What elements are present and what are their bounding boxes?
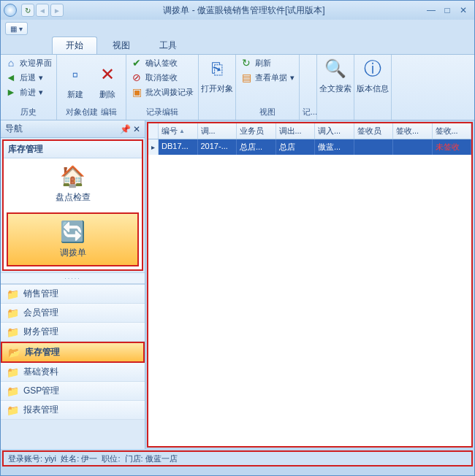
- content-area: 编号▲ 调... 业务员 调出... 调入... 签收员 签收... 签收...…: [147, 122, 473, 448]
- qat-forward-icon[interactable]: ►: [50, 4, 64, 17]
- row-marker: ▸: [148, 139, 159, 155]
- grid-header: 编号▲ 调... 业务员 调出... 调入... 签收员 签收... 签收...: [148, 123, 471, 139]
- fulltext-search-button[interactable]: 🔍全文搜索: [320, 56, 351, 95]
- sidebar-title: 导航: [5, 123, 23, 135]
- window-title: 调拨单 - 傲蓝眼镜销售管理软件[试用版本]: [65, 4, 423, 17]
- sidebar-section[interactable]: 库存管理: [4, 141, 142, 158]
- sidebar-gripper[interactable]: ·····: [1, 272, 145, 284]
- view-sheet-button[interactable]: ▤查看单据▾: [239, 71, 296, 84]
- new-button[interactable]: ▫新建: [60, 56, 91, 106]
- col-signer[interactable]: 签收员: [354, 123, 394, 139]
- cell: 总店...: [237, 139, 276, 155]
- cancel-sign-button[interactable]: ⊘取消签收: [129, 71, 195, 84]
- open-object-button[interactable]: ⎘打开对象: [202, 56, 232, 95]
- cat-basic[interactable]: 📁基础资料: [1, 363, 145, 382]
- maximize-button[interactable]: □: [439, 5, 455, 15]
- delete-button[interactable]: ✕删除: [92, 56, 123, 106]
- status-account-label: 登录账号:: [8, 453, 42, 464]
- cat-gsp[interactable]: 📁GSP管理: [1, 382, 145, 401]
- refresh-button[interactable]: ↻刷新: [239, 56, 296, 69]
- cell: [393, 139, 433, 155]
- cell: 2017-...: [198, 139, 238, 155]
- cat-sales[interactable]: 📁销售管理: [1, 285, 145, 304]
- house-icon: 🏠: [4, 164, 142, 188]
- group-rec: 记...: [300, 55, 317, 120]
- app-orb-icon[interactable]: [4, 4, 17, 17]
- group-caption: [320, 108, 351, 118]
- sidebar-header: 导航 📌 ✕: [1, 120, 145, 138]
- forward-icon: ►: [5, 86, 17, 98]
- group-history: ⌂欢迎界面 ◄后退▾ ►前进▾ 历史: [1, 55, 57, 120]
- search-icon: 🔍: [324, 57, 347, 80]
- nav-transfer-order[interactable]: 🔄 调拨单: [7, 212, 139, 266]
- folder-icon: 📁: [7, 385, 19, 397]
- group-caption: 对象创建 编辑: [60, 106, 123, 118]
- minimize-button[interactable]: —: [423, 5, 439, 15]
- group-open: ⎘打开对象: [199, 55, 236, 120]
- col-sign1[interactable]: 签收...: [393, 123, 433, 139]
- folder-icon: 📁: [7, 288, 19, 300]
- title-bar: ↻ ◄ ► 调拨单 - 傲蓝眼镜销售管理软件[试用版本] — □ ✕: [1, 1, 474, 20]
- row-marker-head: [148, 123, 159, 139]
- sidebar-categories: 📁销售管理 📁会员管理 📁财务管理 📂库存管理 📁基础资料 📁GSP管理 📁报表…: [1, 284, 145, 420]
- folder-icon: 📁: [7, 307, 19, 319]
- col-in[interactable]: 调入...: [315, 123, 354, 139]
- col-number[interactable]: 编号▲: [159, 123, 198, 139]
- sidebar-nav-zone: 🏠 盘点检查 🔄 调拨单: [4, 158, 142, 269]
- group-caption: 记...: [303, 106, 314, 118]
- document-icon: ▫: [64, 63, 87, 86]
- folder-icon: 📂: [8, 347, 20, 358]
- cell: DB17...: [159, 139, 198, 155]
- pin-icon[interactable]: 📌 ✕: [120, 124, 140, 134]
- cell-status: 未签收: [433, 139, 472, 155]
- group-caption: 历史: [4, 106, 53, 118]
- info-icon: ⓘ: [361, 57, 384, 80]
- grid-row[interactable]: ▸ DB17... 2017-... 总店... 总店 傲蓝... 未签收: [148, 139, 471, 155]
- welcome-button[interactable]: ⌂欢迎界面: [4, 56, 53, 69]
- cell: 傲蓝...: [315, 139, 354, 155]
- folder-icon: ▣: [131, 86, 142, 98]
- cat-inventory[interactable]: 📂库存管理: [1, 342, 145, 363]
- ribbon-tabs: 开始 视图 工具: [1, 37, 474, 55]
- cat-report[interactable]: 📁报表管理: [1, 401, 145, 420]
- group-caption: 记录编辑: [129, 106, 195, 118]
- qat-refresh-icon[interactable]: ↻: [21, 4, 34, 17]
- batch-record-button[interactable]: ▣批次调拨记录: [129, 85, 195, 99]
- cancel-icon: ⊘: [131, 72, 142, 83]
- open-icon: ⎘: [205, 57, 229, 80]
- quick-access-toolbar: ▦ ▾: [1, 20, 474, 37]
- group-view: ↻刷新 ▤查看单据▾ 视图: [236, 55, 300, 120]
- col-sign2[interactable]: 签收...: [433, 123, 472, 139]
- back-icon: ◄: [5, 72, 17, 83]
- check-icon: ✔: [131, 57, 142, 69]
- status-name-value: 伊一: [81, 453, 97, 464]
- delete-icon: ✕: [96, 63, 119, 86]
- col-out[interactable]: 调出...: [276, 123, 316, 139]
- ribbon: ⌂欢迎界面 ◄后退▾ ►前进▾ 历史 ▫新建 ✕删除 对象创建 编辑 ✔确认签收…: [1, 55, 474, 120]
- cat-member[interactable]: 📁会员管理: [1, 304, 145, 323]
- status-store-value: 傲蓝一店: [145, 453, 178, 464]
- folder-icon: 📁: [7, 366, 19, 378]
- qat-back-icon[interactable]: ◄: [36, 4, 49, 17]
- back-button[interactable]: ◄后退▾: [4, 71, 53, 84]
- col-1[interactable]: 调...: [198, 123, 238, 139]
- tab-start[interactable]: 开始: [52, 37, 97, 54]
- forward-button[interactable]: ►前进▾: [4, 85, 53, 99]
- group-create: ▫新建 ✕删除 对象创建 编辑: [57, 55, 126, 120]
- close-button[interactable]: ✕: [455, 5, 471, 15]
- cell: 总店: [276, 139, 316, 155]
- qat-layout-icon[interactable]: ▦ ▾: [5, 22, 28, 35]
- status-name-label: 姓名:: [61, 453, 79, 464]
- group-search: 🔍全文搜索: [317, 55, 354, 120]
- sidebar: 导航 📌 ✕ 库存管理 🏠 盘点检查 🔄 调拨单 ····· 📁销售管理 📁会员…: [1, 120, 145, 449]
- nav-inventory-check[interactable]: 🏠 盘点检查: [4, 158, 142, 210]
- tab-view[interactable]: 视图: [99, 37, 144, 54]
- version-info-button[interactable]: ⓘ版本信息: [357, 56, 388, 95]
- refresh-icon: ↻: [240, 57, 252, 69]
- sheet-icon: ▤: [240, 72, 252, 83]
- cat-finance[interactable]: 📁财务管理: [1, 323, 145, 342]
- col-salesman[interactable]: 业务员: [237, 123, 276, 139]
- status-account-value: yiyi: [45, 454, 56, 463]
- tab-tools[interactable]: 工具: [145, 37, 191, 54]
- confirm-sign-button[interactable]: ✔确认签收: [129, 56, 195, 69]
